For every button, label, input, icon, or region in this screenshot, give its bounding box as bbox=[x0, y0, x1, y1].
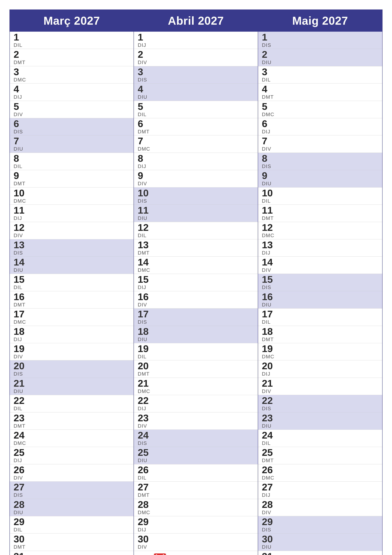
day-abbr: DMT bbox=[262, 94, 378, 100]
day-abbr: DMT bbox=[262, 215, 378, 221]
day-row: 29DIL bbox=[10, 516, 134, 533]
day-number: 7 bbox=[262, 136, 378, 146]
day-abbr: DIJ bbox=[262, 250, 378, 256]
day-number: 1 bbox=[14, 32, 130, 42]
day-row: 20DMT bbox=[134, 360, 258, 378]
month-header-1: Abril 2027 bbox=[134, 10, 258, 32]
day-row: 21DIV bbox=[258, 378, 382, 395]
day-number: 27 bbox=[138, 482, 254, 492]
day-abbr: DIL bbox=[14, 163, 130, 169]
calendar-wrapper: Març 20271DIL2DMT3DMC4DIJ5DIV6DIS7DIU8DI… bbox=[9, 9, 383, 546]
day-abbr: DIS bbox=[262, 163, 378, 169]
calendar-brand-icon: 7 bbox=[154, 553, 166, 555]
day-row: 26DIL bbox=[134, 464, 258, 482]
day-number: 27 bbox=[14, 482, 130, 492]
day-row: 2DIV bbox=[134, 49, 258, 66]
day-row: 13DIJ bbox=[258, 239, 382, 257]
day-number: 18 bbox=[14, 327, 130, 336]
day-row: 22DIL bbox=[10, 395, 134, 412]
day-abbr: DIV bbox=[262, 388, 378, 394]
day-number: 15 bbox=[262, 275, 378, 284]
day-row: 3DMC bbox=[10, 66, 134, 84]
day-row: 14DIU bbox=[10, 257, 134, 274]
day-abbr: DMT bbox=[262, 457, 378, 463]
day-number: 20 bbox=[262, 361, 378, 371]
day-row: 26DIV bbox=[10, 464, 134, 482]
day-abbr: DMT bbox=[14, 59, 130, 65]
day-row: 28DIU bbox=[10, 499, 134, 516]
day-row: 16DIU bbox=[258, 291, 382, 308]
month-header-2: Maig 2027 bbox=[258, 10, 382, 32]
day-row: 15DIL bbox=[10, 274, 134, 291]
brand-logo: 7 CALENDAR bbox=[154, 553, 238, 555]
day-abbr: DMT bbox=[138, 250, 254, 256]
day-abbr: DMC bbox=[262, 475, 378, 481]
day-abbr: DIJ bbox=[14, 457, 130, 463]
day-row: 5DIV bbox=[10, 101, 134, 118]
day-row: 15DIS bbox=[258, 274, 382, 291]
day-row: 18DMT bbox=[258, 326, 382, 343]
day-abbr: DIV bbox=[14, 354, 130, 360]
day-number: 19 bbox=[262, 344, 378, 354]
day-abbr: DIV bbox=[138, 423, 254, 429]
day-number: 9 bbox=[262, 171, 378, 181]
day-abbr: DMC bbox=[138, 146, 254, 152]
day-abbr: DIL bbox=[262, 440, 378, 446]
day-number: 30 bbox=[262, 534, 378, 544]
day-number: 16 bbox=[14, 292, 130, 302]
day-number: 11 bbox=[14, 205, 130, 215]
day-abbr: DIS bbox=[138, 198, 254, 204]
day-number: 2 bbox=[262, 50, 378, 59]
day-number: 28 bbox=[14, 500, 130, 510]
day-row: 2DMT bbox=[10, 49, 134, 66]
day-abbr: DIL bbox=[138, 232, 254, 238]
day-number: 23 bbox=[138, 413, 254, 423]
day-row: 25DIU bbox=[134, 447, 258, 464]
day-abbr: DIL bbox=[14, 284, 130, 290]
day-abbr: DIS bbox=[138, 319, 254, 325]
day-row: 14DIV bbox=[258, 257, 382, 274]
day-number: 10 bbox=[262, 188, 378, 198]
day-row: 8DIS bbox=[258, 153, 382, 170]
day-row: 25DMT bbox=[258, 447, 382, 464]
day-abbr: DIU bbox=[14, 510, 130, 515]
day-row: 7DIU bbox=[10, 135, 134, 153]
day-row: 10DIS bbox=[134, 188, 258, 205]
day-abbr: DIS bbox=[138, 440, 254, 446]
day-abbr: DIL bbox=[138, 475, 254, 481]
day-row: 14DMC bbox=[134, 257, 258, 274]
day-number: 10 bbox=[14, 188, 130, 198]
day-row: 12DIV bbox=[10, 222, 134, 239]
day-number: 31 bbox=[14, 552, 130, 555]
day-abbr: DIU bbox=[138, 336, 254, 342]
day-row: 27DIS bbox=[10, 482, 134, 499]
day-number: 4 bbox=[262, 84, 378, 94]
day-abbr: DIJ bbox=[262, 492, 378, 498]
day-number: 4 bbox=[138, 84, 254, 94]
days-container-0: 1DIL2DMT3DMC4DIJ5DIV6DIS7DIU8DIL9DMT10DM… bbox=[10, 32, 134, 555]
day-number: 23 bbox=[262, 413, 378, 423]
day-row: 12DIL bbox=[134, 222, 258, 239]
day-number: 25 bbox=[262, 448, 378, 457]
day-abbr: DIJ bbox=[14, 94, 130, 100]
day-number: 16 bbox=[262, 292, 378, 302]
day-row: 7DMC bbox=[134, 135, 258, 153]
day-row: 4DIJ bbox=[10, 84, 134, 101]
calendar-grid: Març 20271DIL2DMT3DMC4DIJ5DIV6DIS7DIU8DI… bbox=[9, 9, 383, 555]
svg-rect-1 bbox=[154, 553, 166, 555]
day-number: 14 bbox=[262, 257, 378, 267]
day-number: 20 bbox=[14, 361, 130, 371]
day-row: 21DIU bbox=[10, 378, 134, 395]
day-number: 9 bbox=[14, 171, 130, 181]
day-number: 16 bbox=[138, 292, 254, 302]
day-number: 5 bbox=[138, 102, 254, 111]
day-row: 5DIL bbox=[134, 101, 258, 118]
day-number: 22 bbox=[14, 396, 130, 405]
day-abbr: DIV bbox=[138, 544, 254, 550]
day-abbr: DIS bbox=[262, 284, 378, 290]
day-number: 8 bbox=[138, 153, 254, 163]
day-row: 27DIJ bbox=[258, 482, 382, 499]
day-number: 8 bbox=[262, 153, 378, 163]
day-number: 2 bbox=[138, 50, 254, 59]
day-row: 11DIJ bbox=[10, 205, 134, 222]
